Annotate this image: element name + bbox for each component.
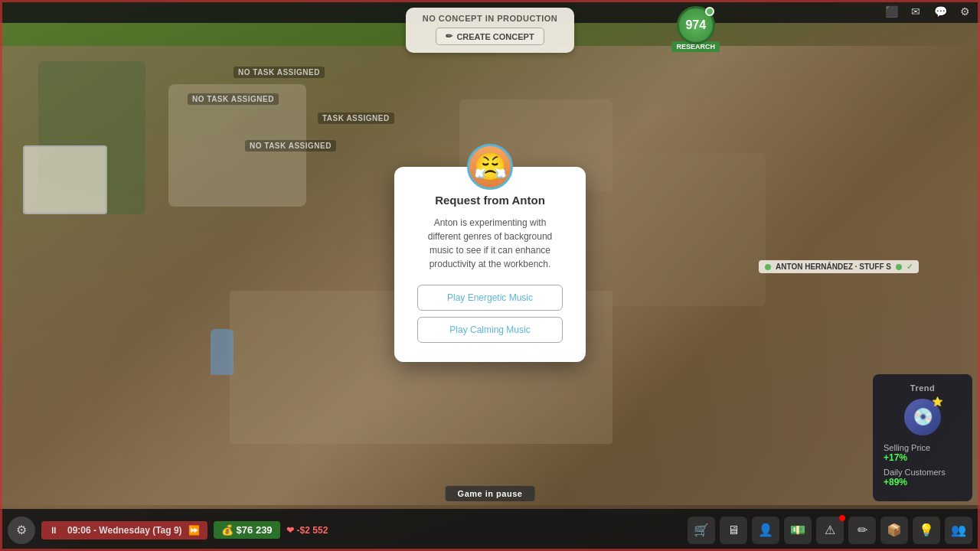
play-calming-button[interactable]: Play Calming Music: [417, 317, 563, 343]
modal-avatar: [467, 144, 513, 190]
play-energetic-button[interactable]: Play Energetic Music: [417, 285, 563, 311]
modal-overlay: Request from Anton Anton is experimentin…: [0, 0, 980, 551]
modal-title: Request from Anton: [417, 190, 563, 207]
avatar-face: [469, 146, 511, 187]
modal-body: Anton is experimenting with different ge…: [417, 216, 563, 271]
request-modal: Request from Anton Anton is experimentin…: [394, 167, 586, 362]
